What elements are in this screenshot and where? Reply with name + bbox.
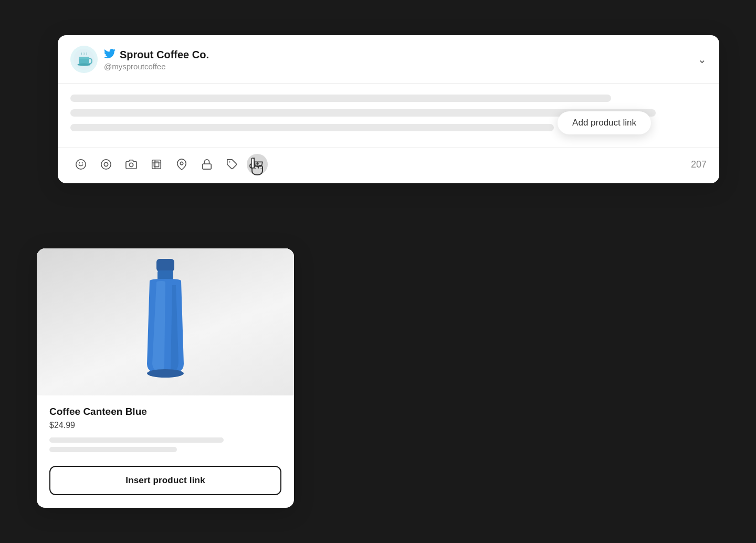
camera-icon[interactable] xyxy=(121,154,142,175)
add-product-link-tooltip[interactable]: Add product link xyxy=(558,111,651,134)
composer-body[interactable]: Add product link xyxy=(58,84,719,147)
svg-point-4 xyxy=(76,160,86,169)
twitter-icon xyxy=(104,48,116,62)
link-stamp-icon[interactable] xyxy=(196,154,217,175)
text-line-3 xyxy=(70,124,554,131)
avatar xyxy=(70,46,98,73)
account-info: Sprout Coffee Co. @mysproutcoffee xyxy=(104,48,209,71)
location-icon[interactable] xyxy=(171,154,192,175)
svg-point-9 xyxy=(129,163,133,166)
svg-point-8 xyxy=(104,162,108,166)
char-count: 207 xyxy=(691,159,707,170)
svg-point-24 xyxy=(147,369,184,378)
account-name: Sprout Coffee Co. xyxy=(120,49,209,61)
account-handle: @mysproutcoffee xyxy=(104,62,209,71)
insert-product-link-button[interactable]: Insert product link xyxy=(49,466,281,495)
svg-point-2 xyxy=(78,64,91,66)
svg-point-7 xyxy=(101,160,111,169)
composer-toolbar: 207 xyxy=(58,147,719,183)
svg-rect-15 xyxy=(203,164,212,169)
product-desc-line-2 xyxy=(49,447,177,452)
cart-icon[interactable] xyxy=(247,154,268,175)
emoji-icon[interactable] xyxy=(70,154,91,175)
svg-rect-3 xyxy=(79,57,89,59)
product-price: $24.99 xyxy=(49,421,281,430)
product-info: Coffee Canteen Blue $24.99 Insert produc… xyxy=(37,395,294,508)
product-image xyxy=(37,248,294,395)
svg-rect-10 xyxy=(152,160,161,169)
svg-rect-22 xyxy=(156,259,174,272)
gallery-icon[interactable] xyxy=(146,154,167,175)
svg-point-18 xyxy=(260,168,261,169)
svg-point-17 xyxy=(255,168,256,169)
media-target-icon[interactable] xyxy=(96,154,117,175)
product-name: Coffee Canteen Blue xyxy=(49,406,281,417)
tag-icon[interactable] xyxy=(222,154,243,175)
composer-card: Sprout Coffee Co. @mysproutcoffee ⌄ Add … xyxy=(58,35,719,183)
svg-point-14 xyxy=(180,162,183,165)
product-card: Coffee Canteen Blue $24.99 Insert produc… xyxy=(37,248,294,508)
composer-header: Sprout Coffee Co. @mysproutcoffee ⌄ xyxy=(58,35,719,84)
product-desc-line-1 xyxy=(49,437,224,443)
chevron-down-icon[interactable]: ⌄ xyxy=(698,53,707,66)
text-line-1 xyxy=(70,95,611,102)
